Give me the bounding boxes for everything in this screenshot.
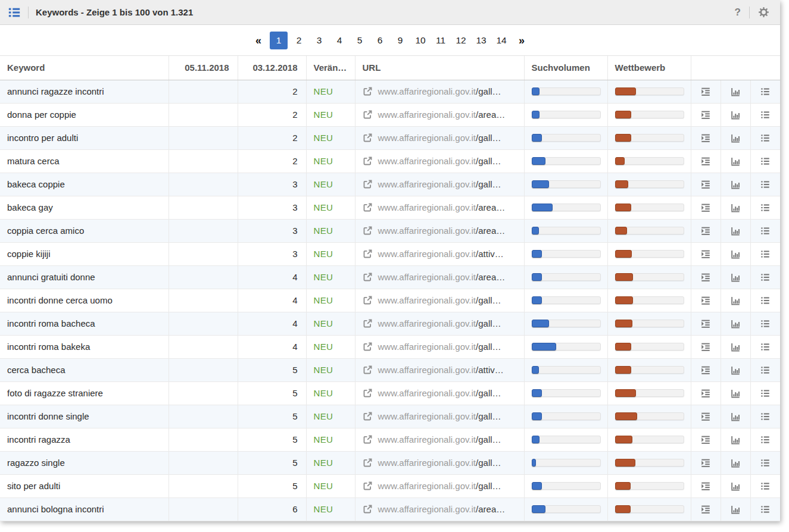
history-chart-button[interactable]: [721, 497, 750, 521]
history-chart-button[interactable]: [721, 405, 750, 428]
serp-detail-button[interactable]: [691, 405, 721, 428]
keyword-cell[interactable]: annunci ragazze incontri: [0, 80, 169, 103]
serp-detail-button[interactable]: [691, 265, 721, 289]
keyword-list-button[interactable]: [750, 219, 780, 242]
history-chart-button[interactable]: [721, 80, 750, 103]
history-chart-button[interactable]: [721, 474, 750, 497]
keyword-list-button[interactable]: [750, 474, 780, 497]
keyword-cell[interactable]: incontri roma bacheca: [0, 312, 169, 335]
history-chart-button[interactable]: [721, 103, 750, 126]
keyword-cell[interactable]: cerca bacheca: [0, 358, 169, 381]
external-link-icon[interactable]: [363, 295, 373, 305]
keyword-list-button[interactable]: [750, 312, 780, 335]
external-link-icon[interactable]: [363, 504, 373, 514]
column-header-change[interactable]: Verän…: [306, 56, 355, 80]
keyword-cell[interactable]: incontri donne single: [0, 405, 169, 428]
pagination-page-active[interactable]: 1: [270, 32, 288, 49]
external-link-icon[interactable]: [363, 133, 373, 143]
keyword-list-button[interactable]: [750, 289, 780, 312]
url-link[interactable]: www.affariregionali.gov.it/gall…: [378, 411, 501, 421]
keyword-list-button[interactable]: [750, 428, 780, 451]
keyword-cell[interactable]: bakeca coppie: [0, 173, 169, 196]
url-link[interactable]: www.affariregionali.gov.it/area…: [378, 109, 506, 120]
keyword-list-button[interactable]: [750, 80, 780, 103]
external-link-icon[interactable]: [363, 434, 373, 445]
keyword-list-button[interactable]: [750, 173, 780, 196]
url-link[interactable]: www.affariregionali.gov.it/area…: [378, 226, 506, 236]
pagination-next-icon[interactable]: »: [513, 35, 531, 46]
external-link-icon[interactable]: [363, 411, 373, 421]
serp-detail-button[interactable]: [691, 126, 721, 149]
url-link[interactable]: www.affariregionali.gov.it/attiv…: [378, 365, 504, 375]
keyword-cell[interactable]: incontri roma bakeka: [0, 335, 169, 358]
external-link-icon[interactable]: [363, 481, 373, 491]
url-link[interactable]: www.affariregionali.gov.it/attiv…: [378, 249, 504, 259]
keyword-cell[interactable]: incontri donne cerca uomo: [0, 289, 169, 312]
column-header-url[interactable]: URL: [355, 56, 524, 80]
serp-detail-button[interactable]: [691, 335, 721, 358]
keyword-list-button[interactable]: [750, 149, 780, 173]
keyword-list-button[interactable]: [750, 451, 780, 474]
keyword-cell[interactable]: annunci bologna incontri: [0, 497, 169, 521]
keyword-cell[interactable]: coppia cerca amico: [0, 219, 169, 242]
history-chart-button[interactable]: [721, 265, 750, 289]
serp-detail-button[interactable]: [691, 497, 721, 521]
serp-detail-button[interactable]: [691, 219, 721, 242]
keyword-list-button[interactable]: [750, 265, 780, 289]
keyword-list-button[interactable]: [750, 196, 780, 219]
history-chart-button[interactable]: [721, 173, 750, 196]
external-link-icon[interactable]: [363, 458, 373, 468]
url-link[interactable]: www.affariregionali.gov.it/gall…: [378, 295, 501, 305]
pagination-page[interactable]: 14: [492, 32, 510, 49]
pagination-page[interactable]: 11: [432, 32, 450, 49]
serp-detail-button[interactable]: [691, 428, 721, 451]
keyword-cell[interactable]: coppie kijiji: [0, 242, 169, 265]
external-link-icon[interactable]: [363, 272, 373, 282]
external-link-icon[interactable]: [363, 86, 373, 96]
url-link[interactable]: www.affariregionali.gov.it/gall…: [378, 179, 501, 189]
url-link[interactable]: www.affariregionali.gov.it/gall…: [378, 86, 501, 96]
pagination-page[interactable]: 6: [371, 32, 389, 49]
serp-detail-button[interactable]: [691, 312, 721, 335]
history-chart-button[interactable]: [721, 312, 750, 335]
column-header-search-volume[interactable]: Suchvolumen: [524, 56, 607, 80]
serp-detail-button[interactable]: [691, 80, 721, 103]
column-header-date-previous[interactable]: 05.11.2018: [169, 56, 238, 80]
keyword-list-button[interactable]: [750, 335, 780, 358]
keyword-list-button[interactable]: [750, 497, 780, 521]
external-link-icon[interactable]: [363, 179, 373, 189]
url-link[interactable]: www.affariregionali.gov.it/area…: [378, 504, 506, 514]
external-link-icon[interactable]: [363, 249, 373, 259]
history-chart-button[interactable]: [721, 126, 750, 149]
url-link[interactable]: www.affariregionali.gov.it/gall…: [378, 318, 501, 328]
external-link-icon[interactable]: [363, 156, 373, 166]
external-link-icon[interactable]: [363, 109, 373, 120]
keyword-list-button[interactable]: [750, 242, 780, 265]
keyword-list-button[interactable]: [750, 126, 780, 149]
external-link-icon[interactable]: [363, 388, 373, 398]
serp-detail-button[interactable]: [691, 289, 721, 312]
keyword-cell[interactable]: bakeca gay: [0, 196, 169, 219]
pagination-prev-icon[interactable]: «: [250, 35, 267, 46]
pagination-page[interactable]: 10: [411, 32, 429, 49]
history-chart-button[interactable]: [721, 428, 750, 451]
column-header-keyword[interactable]: Keyword: [0, 56, 169, 80]
pagination-page[interactable]: 13: [472, 32, 490, 49]
serp-detail-button[interactable]: [691, 196, 721, 219]
keyword-list-button[interactable]: [750, 103, 780, 126]
keyword-list-button[interactable]: [750, 405, 780, 428]
column-header-date-current[interactable]: 03.12.2018: [238, 56, 306, 80]
external-link-icon[interactable]: [363, 318, 373, 328]
keyword-list-button[interactable]: [750, 381, 780, 405]
history-chart-button[interactable]: [721, 451, 750, 474]
url-link[interactable]: www.affariregionali.gov.it/gall…: [378, 342, 501, 352]
serp-detail-button[interactable]: [691, 173, 721, 196]
pagination-page[interactable]: 3: [310, 32, 328, 49]
pagination-page[interactable]: 12: [452, 32, 470, 49]
external-link-icon[interactable]: [363, 342, 373, 352]
history-chart-button[interactable]: [721, 242, 750, 265]
history-chart-button[interactable]: [721, 219, 750, 242]
keyword-list-button[interactable]: [750, 358, 780, 381]
keyword-cell[interactable]: foto di ragazze straniere: [0, 381, 169, 405]
help-icon[interactable]: ?: [735, 7, 741, 17]
